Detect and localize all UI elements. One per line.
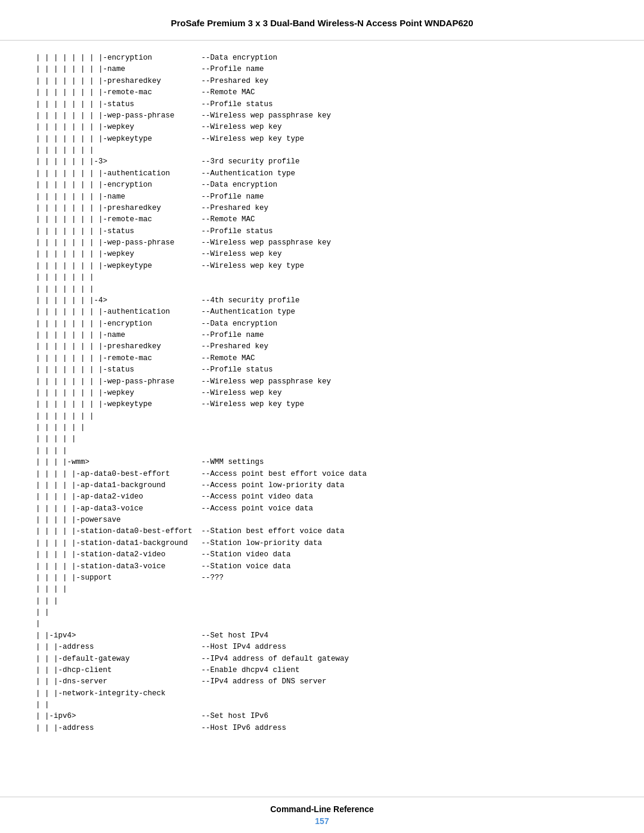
footer-page-number: 157 bbox=[315, 816, 329, 826]
main-content: | | | | | | | |-encryption --Data encryp… bbox=[0, 41, 644, 797]
page-header: ProSafe Premium 3 x 3 Dual-Band Wireless… bbox=[0, 0, 644, 41]
page-container: ProSafe Premium 3 x 3 Dual-Band Wireless… bbox=[0, 0, 644, 833]
page-footer: Command-Line Reference 157 bbox=[0, 797, 644, 833]
code-block: | | | | | | | |-encryption --Data encryp… bbox=[36, 52, 596, 734]
header-title: ProSafe Premium 3 x 3 Dual-Band Wireless… bbox=[171, 18, 473, 28]
footer-title: Command-Line Reference bbox=[270, 804, 373, 814]
